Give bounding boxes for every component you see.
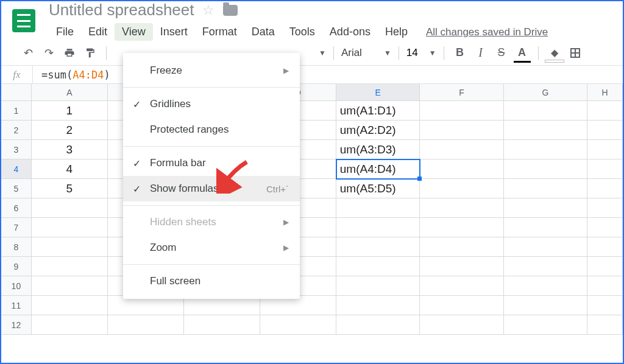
strikethrough-button[interactable]: S (493, 44, 510, 61)
document-title[interactable]: Untitled spreadsheet (49, 1, 194, 19)
format-dropdown-caret-icon[interactable]: ▼ (319, 49, 326, 57)
move-folder-icon[interactable] (223, 5, 238, 16)
menu-data[interactable]: Data (244, 23, 282, 41)
cell[interactable] (504, 315, 587, 335)
cell[interactable]: um(A3:D3) (336, 140, 420, 159)
view-show-formulas[interactable]: ✓ Show formulas Ctrl+` (123, 176, 300, 201)
row-header[interactable]: 11 (1, 296, 32, 315)
cell[interactable] (504, 159, 587, 179)
row-header[interactable]: 12 (1, 315, 32, 335)
cell[interactable] (587, 296, 623, 315)
menu-view[interactable]: View (115, 23, 153, 41)
fx-icon[interactable]: fx (1, 66, 33, 83)
cell[interactable] (504, 101, 587, 121)
cell[interactable]: um(A1:D1) (336, 101, 420, 121)
text-color-button[interactable]: A (514, 44, 531, 61)
cell[interactable] (184, 315, 260, 335)
cell[interactable] (420, 121, 503, 140)
view-full-screen[interactable]: Full screen (123, 268, 300, 294)
view-freeze[interactable]: Freeze ▶ (123, 58, 300, 83)
borders-button[interactable] (567, 44, 584, 61)
column-header[interactable]: E (336, 84, 420, 101)
print-button[interactable] (61, 44, 78, 61)
menu-edit[interactable]: Edit (81, 23, 115, 41)
cell[interactable] (32, 296, 108, 315)
sheets-logo-icon[interactable] (12, 9, 35, 32)
cell[interactable] (32, 198, 108, 218)
cell[interactable] (504, 198, 587, 218)
cell[interactable] (587, 218, 623, 237)
cell[interactable] (587, 140, 623, 159)
cell[interactable]: um(A2:D2) (336, 121, 420, 140)
cell[interactable] (336, 257, 420, 276)
menu-help[interactable]: Help (378, 23, 415, 41)
view-protected-ranges[interactable]: Protected ranges (123, 117, 300, 142)
cell[interactable] (420, 101, 503, 121)
spreadsheet-grid[interactable]: ABCDEFGH11um(A1:D1)22um(A2:D2)33um(A3:D3… (1, 84, 623, 335)
view-formula-bar[interactable]: ✓ Formula bar (123, 150, 300, 176)
cell[interactable] (420, 140, 503, 159)
row-header[interactable]: 8 (1, 237, 32, 257)
cell[interactable] (32, 237, 108, 257)
cell[interactable] (420, 218, 503, 237)
cell[interactable] (587, 179, 623, 198)
fill-color-button[interactable]: ◆ (546, 44, 563, 61)
row-header[interactable]: 2 (1, 121, 32, 140)
cell[interactable] (504, 276, 587, 296)
cell[interactable]: 1 (32, 101, 108, 121)
cell[interactable] (504, 237, 587, 257)
menu-insert[interactable]: Insert (153, 23, 195, 41)
row-header[interactable]: 1 (1, 101, 32, 121)
cell[interactable] (420, 276, 503, 296)
cell[interactable] (32, 257, 108, 276)
cell[interactable] (108, 315, 184, 335)
cell[interactable] (587, 257, 623, 276)
cell[interactable] (504, 257, 587, 276)
save-status[interactable]: All changes saved in Drive (426, 26, 548, 38)
cell[interactable] (336, 296, 420, 315)
cell[interactable] (336, 315, 420, 335)
menu-file[interactable]: File (49, 23, 81, 41)
row-header[interactable]: 9 (1, 257, 32, 276)
cell[interactable] (504, 218, 587, 237)
cell[interactable] (420, 179, 503, 198)
cell[interactable]: um(A5:D5) (336, 179, 420, 198)
cell[interactable] (587, 276, 623, 296)
cell[interactable] (420, 198, 503, 218)
row-header[interactable]: 5 (1, 179, 32, 198)
cell[interactable] (504, 296, 587, 315)
cell[interactable] (587, 121, 623, 140)
column-header[interactable]: H (587, 84, 623, 101)
cell[interactable] (260, 315, 336, 335)
column-header[interactable]: G (504, 84, 587, 101)
undo-button[interactable]: ↶ (20, 44, 37, 61)
cell[interactable] (587, 198, 623, 218)
cell[interactable]: 2 (32, 121, 108, 140)
cell[interactable] (420, 257, 503, 276)
cell[interactable] (587, 237, 623, 257)
cell[interactable] (336, 276, 420, 296)
cell[interactable]: um(A4:D4) (336, 159, 420, 179)
formula-input[interactable]: =sum(A4:D4) (33, 69, 110, 81)
paint-format-button[interactable] (82, 44, 99, 61)
font-family-select[interactable]: Arial ▼ (341, 47, 391, 59)
cell[interactable] (336, 198, 420, 218)
row-header[interactable]: 7 (1, 218, 32, 237)
cell[interactable] (32, 315, 108, 335)
cell[interactable] (336, 237, 420, 257)
menu-format[interactable]: Format (195, 23, 244, 41)
cell[interactable]: 5 (32, 179, 108, 198)
cell[interactable] (420, 296, 503, 315)
italic-button[interactable]: I (472, 44, 489, 61)
select-all-corner[interactable] (1, 84, 32, 101)
font-size-select[interactable]: 14 ▼ (406, 47, 436, 59)
cell[interactable]: 3 (32, 140, 108, 159)
redo-button[interactable]: ↷ (40, 44, 57, 61)
row-header[interactable]: 6 (1, 198, 32, 218)
bold-button[interactable]: B (452, 44, 469, 61)
view-gridlines[interactable]: ✓ Gridlines (123, 91, 300, 117)
row-header[interactable]: 4 (1, 159, 32, 179)
cell[interactable] (420, 237, 503, 257)
cell[interactable] (32, 276, 108, 296)
cell[interactable] (587, 315, 623, 335)
